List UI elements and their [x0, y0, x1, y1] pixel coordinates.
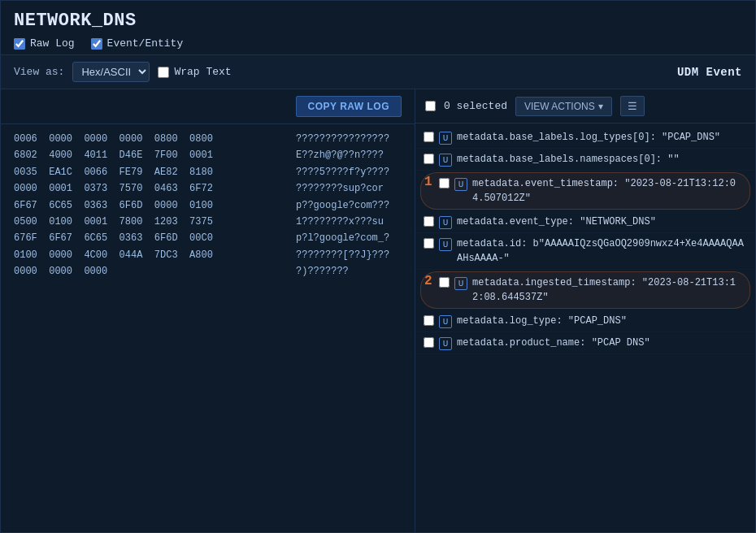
event-entity-checkbox[interactable]	[91, 38, 102, 50]
udm-icon: U	[439, 216, 452, 229]
view-as-select[interactable]: Hex/ASCII ASCII Hex	[72, 62, 150, 82]
list-item: Umetadata.ingested_timestamp: "2023-08-2…	[420, 271, 750, 309]
toolbar: View as: Hex/ASCII ASCII Hex Wrap Text U…	[1, 54, 755, 89]
udm-section-label: UDM Event	[677, 66, 742, 79]
event-checkbox-2[interactable]	[439, 178, 450, 188]
view-as-label: View as:	[14, 66, 64, 78]
event-text: metadata.product_name: "PCAP DNS"	[457, 336, 747, 350]
udm-icon: U	[439, 154, 452, 167]
list-item: Umetadata.base_labels.namespaces[0]: ""	[415, 149, 755, 171]
view-actions-label: VIEW ACTIONS	[524, 101, 595, 112]
list-item: Umetadata.event_type: "NETWORK_DNS"	[415, 211, 755, 233]
event-checkbox-1[interactable]	[424, 154, 434, 164]
selected-count: 0 selected	[444, 100, 507, 112]
event-text: metadata.base_labels.log_types[0]: "PCAP…	[457, 130, 747, 145]
event-text: metadata.event_type: "NETWORK_DNS"	[457, 214, 747, 229]
copy-raw-log-bar: COPY RAW LOG	[1, 89, 415, 124]
udm-icon: U	[454, 178, 467, 191]
event-checkbox-4[interactable]	[424, 238, 434, 249]
list-item: Umetadata.id: b"AAAAAIQzsQGaOQ2909nwxz4+…	[415, 233, 755, 270]
event-entity-checkbox-label[interactable]: Event/Entity	[91, 37, 184, 50]
event-text: metadata.id: b"AAAAAIQzsQGaOQ2909nwxz4+X…	[457, 236, 747, 266]
event-checkbox-0[interactable]	[424, 132, 434, 142]
event-text: metadata.log_type: "PCAP_DNS"	[457, 314, 747, 328]
event-entity-label: Event/Entity	[107, 37, 184, 50]
annotation-1: 1	[424, 175, 432, 189]
hex-column: 0006 0000 0000 0000 0800 0800 6802 4000 …	[14, 131, 283, 526]
event-text: metadata.ingested_timestamp: "2023-08-21…	[472, 275, 741, 305]
wrap-text-label[interactable]: Wrap Text	[158, 66, 231, 78]
view-actions-button[interactable]: VIEW ACTIONS ▾	[515, 97, 612, 116]
udm-icon: U	[439, 132, 452, 145]
udm-events-list: Umetadata.base_labels.log_types[0]: "PCA…	[415, 124, 755, 532]
raw-log-checkbox[interactable]	[14, 38, 25, 50]
left-panel: COPY RAW LOG 0006 0000 0000 0000 0800 08…	[1, 89, 415, 532]
udm-icon: U	[454, 277, 467, 290]
select-all-checkbox[interactable]	[425, 101, 436, 111]
toolbar-left: View as: Hex/ASCII ASCII Hex Wrap Text	[14, 62, 664, 82]
event-checkbox-7[interactable]	[424, 337, 434, 348]
event-text: metadata.base_labels.namespaces[0]: ""	[457, 152, 747, 167]
udm-icon: U	[439, 238, 452, 251]
event-checkbox-6[interactable]	[424, 315, 434, 326]
right-panel: 0 selected VIEW ACTIONS ▾ ☰ Umetadata.ba…	[415, 89, 755, 532]
udm-icon: U	[439, 315, 452, 328]
filter-icon: ☰	[628, 100, 637, 112]
wrap-text-checkbox[interactable]	[158, 67, 169, 78]
filter-button[interactable]: ☰	[620, 96, 645, 116]
udm-toolbar: 0 selected VIEW ACTIONS ▾ ☰	[415, 89, 755, 124]
raw-log-checkbox-label[interactable]: Raw Log	[14, 37, 75, 50]
wrap-text-text: Wrap Text	[174, 66, 231, 78]
event-checkbox-3[interactable]	[424, 216, 434, 227]
copy-raw-log-button[interactable]: COPY RAW LOG	[296, 96, 402, 117]
header: NETWORK_DNS Raw Log Event/Entity	[1, 1, 755, 54]
list-item: Umetadata.log_type: "PCAP_DNS"	[415, 310, 755, 332]
event-text: metadata.event_timestamp: "2023-08-21T13…	[472, 176, 741, 206]
list-item: Umetadata.product_name: "PCAP DNS"	[415, 332, 755, 354]
list-item: Umetadata.event_timestamp: "2023-08-21T1…	[420, 172, 750, 210]
main-content: COPY RAW LOG 0006 0000 0000 0000 0800 08…	[1, 89, 755, 532]
chevron-down-icon: ▾	[598, 101, 603, 112]
event-checkbox-5[interactable]	[439, 277, 450, 288]
annotation-2: 2	[424, 274, 432, 288]
ascii-column: ???????????????? E??zh@?@??n???? ????5??…	[296, 131, 402, 526]
header-checkboxes: Raw Log Event/Entity	[14, 37, 742, 50]
app-container: NETWORK_DNS Raw Log Event/Entity View as…	[0, 0, 756, 533]
raw-log-content: 0006 0000 0000 0000 0800 0800 6802 4000 …	[1, 124, 415, 532]
page-title: NETWORK_DNS	[14, 11, 742, 31]
raw-log-label: Raw Log	[30, 37, 75, 50]
selected-checkbox-container	[425, 101, 436, 111]
udm-icon: U	[439, 337, 452, 350]
list-item: Umetadata.base_labels.log_types[0]: "PCA…	[415, 127, 755, 149]
